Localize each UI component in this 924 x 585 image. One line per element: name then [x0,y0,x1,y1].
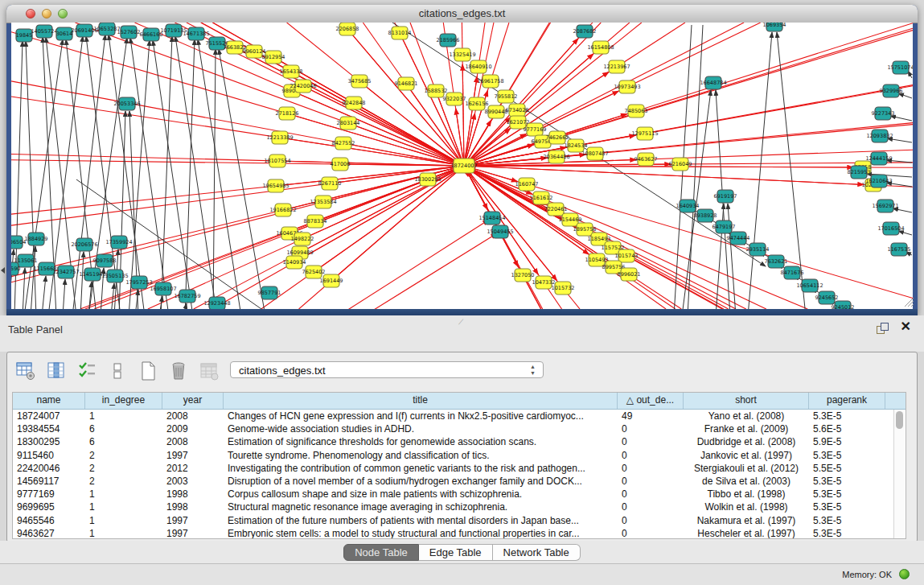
graph-node[interactable]: 1884929 [25,233,48,245]
column-header-short[interactable]: short [684,393,809,409]
graph-node[interactable]: 17016504 [877,222,904,235]
graph-node[interactable]: 15148454 [478,212,505,225]
graph-node[interactable]: 9463627 [634,153,658,166]
graph-node[interactable]: 20206576 [71,238,97,251]
table-row[interactable]: 969969511998Structural magnetic resonanc… [13,501,906,513]
column-header-outde[interactable]: △ out_de... [618,393,684,409]
graph-node[interactable]: 7625402 [302,266,326,278]
graph-node[interactable]: 18107554 [264,154,290,167]
graph-node[interactable]: 12213967 [603,60,630,73]
graph-node[interactable]: 9329966 [880,84,903,97]
graph-node[interactable]: 2935114 [746,243,770,256]
table-column-icon[interactable] [46,360,67,381]
network-graph-canvas[interactable]: 1984514055724306142069140610653287152760… [11,23,913,309]
network-table-select[interactable]: citations_edges.txt ▲▼ [230,361,544,378]
column-header-title[interactable]: title [224,393,618,409]
graph-node[interactable]: 9242848 [343,97,366,109]
graph-node[interactable]: 7485063 [625,105,648,117]
graph-node[interactable]: 12923448 [203,297,230,309]
graph-node[interactable]: 18640910 [465,60,491,73]
graph-node[interactable]: 1069354 [763,23,786,31]
graph-node[interactable]: 18724007 [450,159,477,173]
window-titlebar[interactable]: citations_edges.txt [6,5,918,23]
graph-node[interactable]: 1498222 [291,233,314,245]
graph-node[interactable]: 6919197 [714,190,737,203]
graph-node[interactable]: 8267110 [318,177,342,190]
graph-node[interactable]: 8912954 [262,51,285,64]
table-row[interactable]: 911546021997Tourette syndrome. Phenomeno… [13,449,906,462]
tab-edge-table[interactable]: Edge Table [419,544,493,561]
graph-node[interactable]: 8938928 [694,209,717,222]
tab-network-table[interactable]: Network Table [493,544,581,561]
graph-node[interactable]: 2185966 [437,34,460,47]
graph-node[interactable]: 16961758 [477,75,503,88]
graph-node[interactable]: 1654338 [280,65,303,78]
graph-node[interactable]: 1327050 [511,269,535,282]
new-table-icon[interactable] [138,360,158,381]
panel-splitter-handle[interactable]: ⟋ [458,318,463,327]
graph-node[interactable]: 30614 [56,27,73,40]
graph-node[interactable]: 1167535 [888,243,911,256]
graph-node[interactable]: 17359924 [105,236,132,249]
table-row[interactable]: 946362711997Embryonic stem cells: a mode… [13,527,906,539]
graph-node[interactable]: 16154808 [587,41,614,54]
graph-node[interactable]: 9777169 [524,123,547,136]
graph-node[interactable]: 417006 [331,158,351,171]
collapse-panel-arrow-icon[interactable] [1,267,5,274]
graph-node[interactable]: 12093832 [866,130,893,142]
graph-node[interactable]: 8471676 [781,266,804,279]
graph-node[interactable]: 2206858 [336,23,359,35]
delete-table-icon[interactable] [168,360,189,381]
graph-node[interactable]: 9146821 [395,77,418,90]
graph-node[interactable]: 19845 [16,29,33,42]
table-row[interactable]: 1456911722003Disruption of a novel membe… [13,475,906,488]
graph-node[interactable]: 9322037 [443,93,466,105]
graph-node[interactable]: 20364486 [543,150,569,163]
table-row[interactable]: 1872400712008Changes of HCN gene express… [13,410,906,422]
tab-node-table[interactable]: Node Table [343,544,419,561]
close-panel-icon[interactable]: ✕ [901,320,911,333]
graph-node[interactable]: 7955812 [495,90,518,103]
graph-node[interactable]: 18300295 [414,173,441,186]
table-row[interactable]: 2242004622012Investigating the contribut… [13,462,906,475]
graph-node[interactable]: 8878334 [304,215,327,228]
column-header-pagerank[interactable]: pagerank [809,393,885,409]
graph-node[interactable]: 2718126 [276,107,299,120]
graph-node[interactable]: 1640934 [676,200,700,212]
graph-node[interactable]: 8427552 [332,137,355,150]
graph-node[interactable]: 9097588 [93,254,117,267]
graph-node[interactable]: 1691449 [320,274,343,287]
graph-node[interactable]: 3475685 [348,75,372,88]
graph-node[interactable]: 2803144 [337,117,360,130]
graph-node[interactable]: 8131014 [388,27,412,39]
window-resize-grip[interactable] [903,296,914,307]
table-row[interactable]: 977716911998Corpus callosum shape and si… [13,488,906,501]
float-panel-icon[interactable] [877,323,889,335]
graph-node[interactable]: 19654985 [262,179,289,192]
graph-node[interactable]: 6734028 [506,104,529,117]
graph-node[interactable]: 16782759 [174,290,200,303]
column-header-indegree[interactable]: in_degree [85,393,162,409]
graph-node[interactable]: 10654112 [796,279,823,292]
graph-node[interactable]: 9474444 [727,232,750,245]
table-row[interactable]: 946554611997Estimation of the future num… [13,514,906,527]
graph-node[interactable]: 13325419 [449,48,475,61]
graph-node[interactable]: 8990448 [485,105,508,118]
graph-node[interactable]: 15049455 [487,225,513,238]
graph-node[interactable]: 8996021 [618,268,641,281]
graph-node[interactable]: 1527602 [117,26,141,39]
row-height-icon[interactable] [107,360,128,381]
graph-node[interactable]: 1161612 [530,192,553,204]
graph-node[interactable]: 6479197 [713,220,736,233]
graph-node[interactable]: 9227343 [872,107,895,120]
network-graph[interactable]: 1984514055724306142069140610653287152760… [11,23,913,309]
graph-node[interactable]: 15751074 [887,61,913,74]
graph-node[interactable]: 16958107 [150,282,176,295]
graph-node[interactable]: 7632621 [765,255,788,268]
graph-node[interactable]: 8215953 [848,166,871,179]
graph-node[interactable]: 12975115 [631,127,658,140]
table-row[interactable]: 1830029562008Estimation of significance … [13,435,906,448]
graph-node[interactable]: 1140934 [283,256,306,269]
table-settings-icon[interactable] [15,360,36,381]
scrollbar-thumb[interactable] [896,411,903,429]
